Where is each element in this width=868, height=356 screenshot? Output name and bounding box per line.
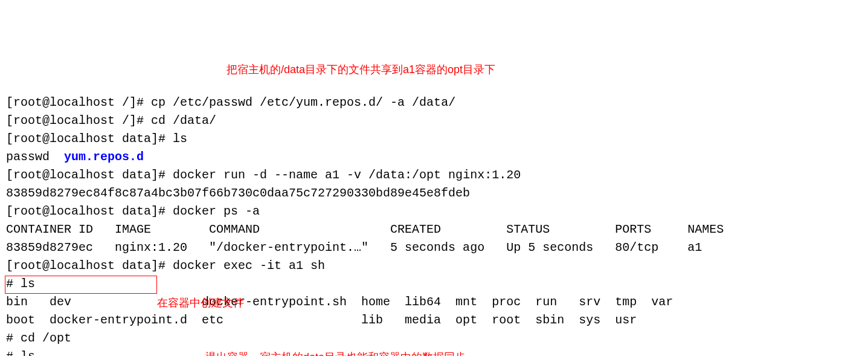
- prompt: [root@localhost data]#: [6, 168, 173, 182]
- annotation-share-data: 把宿主机的/data目录下的文件共享到a1容器的opt目录下: [227, 62, 495, 78]
- highlight-box-opt-ls: [5, 276, 157, 294]
- ps-row: 83859d8279ec nginx:1.20 "/docker-entrypo…: [6, 241, 702, 254]
- prompt: [root@localhost /]#: [6, 114, 151, 128]
- annotation-create-file: 在容器中创建文件: [157, 295, 244, 311]
- command-text: cp /etc/passwd /etc/yum.repos.d/ -a /dat…: [151, 95, 455, 109]
- command-text: docker run -d --name a1 -v /data:/opt ng…: [173, 168, 521, 182]
- annotation-sync-data: 退出容器，宿主机的data目录也能和容器中的数据同步: [205, 349, 466, 356]
- command-text: ls: [21, 349, 35, 356]
- inner-prompt: #: [6, 331, 21, 345]
- command-text: docker ps -a: [173, 204, 260, 218]
- ls-file: passwd: [6, 150, 64, 164]
- command-text: docker exec -it a1 sh: [173, 259, 325, 273]
- prompt: [root@localhost data]#: [6, 132, 173, 146]
- inner-prompt: #: [6, 349, 21, 356]
- container-id-output: 83859d8279ec84f8c87a4bc3b07f66b730c0daa7…: [6, 186, 470, 200]
- prompt: [root@localhost data]#: [6, 204, 173, 218]
- command-text: cd /opt: [21, 331, 71, 345]
- terminal-output: [root@localhost /]# cp /etc/passwd /etc/…: [6, 76, 862, 356]
- prompt: [root@localhost /]#: [6, 95, 151, 109]
- ps-header: CONTAINER ID IMAGE COMMAND CREATED STATU…: [6, 222, 724, 236]
- ls-output-row: bin dev docker-entrypoint.sh home lib64 …: [6, 295, 673, 309]
- ls-output-row: boot docker-entrypoint.d etc lib media o…: [6, 313, 637, 327]
- ls-directory: yum.repos.d: [64, 150, 144, 164]
- command-text: ls: [173, 132, 187, 146]
- command-text: cd /data/: [151, 114, 216, 128]
- prompt: [root@localhost data]#: [6, 259, 173, 273]
